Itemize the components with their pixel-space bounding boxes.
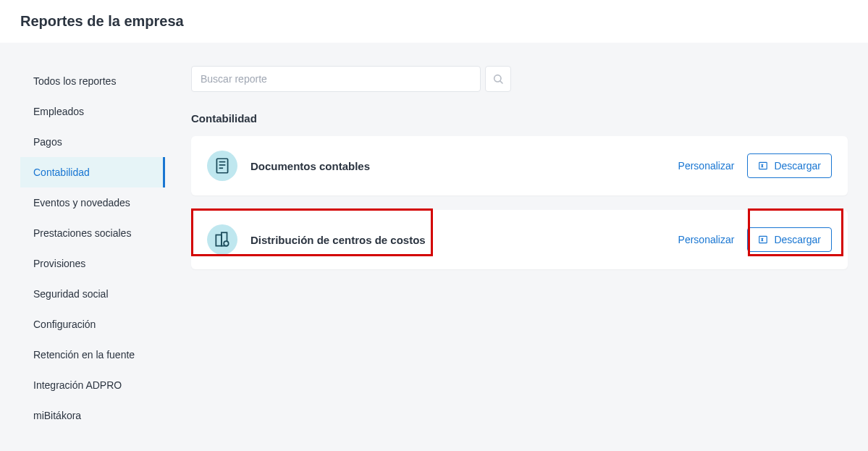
sidebar-item-provisiones[interactable]: Provisiones xyxy=(20,248,165,279)
search-input[interactable] xyxy=(191,66,481,92)
document-icon xyxy=(207,151,237,181)
download-label: Descargar xyxy=(774,160,821,172)
excel-icon xyxy=(758,235,768,245)
sidebar-item-prestaciones-sociales[interactable]: Prestaciones sociales xyxy=(20,218,165,248)
svg-rect-6 xyxy=(759,162,767,169)
sidebar-item-empleados[interactable]: Empleados xyxy=(20,96,165,127)
svg-rect-7 xyxy=(216,235,222,246)
report-card-wrapper: Documentos contables Personalizar Descar… xyxy=(191,136,848,195)
report-card-distribucion-centros-costos: Distribución de centros de costos Person… xyxy=(191,210,848,269)
svg-rect-10 xyxy=(759,236,767,243)
sidebar-item-eventos-y-novedades[interactable]: Eventos y novedades xyxy=(20,187,165,218)
report-title: Documentos contables xyxy=(250,160,678,172)
report-title: Distribución de centros de costos xyxy=(250,234,678,246)
sidebar-item-seguridad-social[interactable]: Seguridad social xyxy=(20,279,165,309)
main-container: Todos los reportes Empleados Pagos Conta… xyxy=(0,43,868,445)
header-bar: Reportes de la empresa xyxy=(0,0,868,43)
personalize-link[interactable]: Personalizar xyxy=(678,160,735,172)
svg-rect-2 xyxy=(216,159,227,173)
personalize-link[interactable]: Personalizar xyxy=(678,234,735,245)
sidebar-item-integracion-adpro[interactable]: Integración ADPRO xyxy=(20,370,165,400)
page-title: Reportes de la empresa xyxy=(20,13,848,30)
building-icon xyxy=(207,224,237,255)
sidebar: Todos los reportes Empleados Pagos Conta… xyxy=(20,66,165,431)
content-area: Contabilidad Documentos contables Person… xyxy=(191,66,848,431)
sidebar-item-contabilidad[interactable]: Contabilidad xyxy=(20,157,165,187)
svg-point-9 xyxy=(224,241,229,246)
search-button[interactable] xyxy=(485,66,511,92)
svg-line-1 xyxy=(500,81,502,83)
download-button[interactable]: Descargar xyxy=(747,153,832,178)
search-row xyxy=(191,66,848,92)
excel-icon xyxy=(758,161,768,171)
download-label: Descargar xyxy=(774,234,821,245)
report-card-wrapper: Distribución de centros de costos Person… xyxy=(191,210,848,269)
sidebar-item-todos-los-reportes[interactable]: Todos los reportes xyxy=(20,66,165,96)
download-button[interactable]: Descargar xyxy=(747,227,832,252)
search-icon xyxy=(492,73,504,85)
card-actions: Personalizar Descargar xyxy=(678,227,832,252)
sidebar-item-pagos[interactable]: Pagos xyxy=(20,127,165,157)
sidebar-item-mibitakora[interactable]: miBitákora xyxy=(20,400,165,431)
report-card-documentos-contables: Documentos contables Personalizar Descar… xyxy=(191,136,848,195)
sidebar-item-configuracion[interactable]: Configuración xyxy=(20,309,165,340)
section-title: Contabilidad xyxy=(191,112,848,125)
card-actions: Personalizar Descargar xyxy=(678,153,832,178)
sidebar-item-retencion-en-la-fuente[interactable]: Retención en la fuente xyxy=(20,340,165,370)
